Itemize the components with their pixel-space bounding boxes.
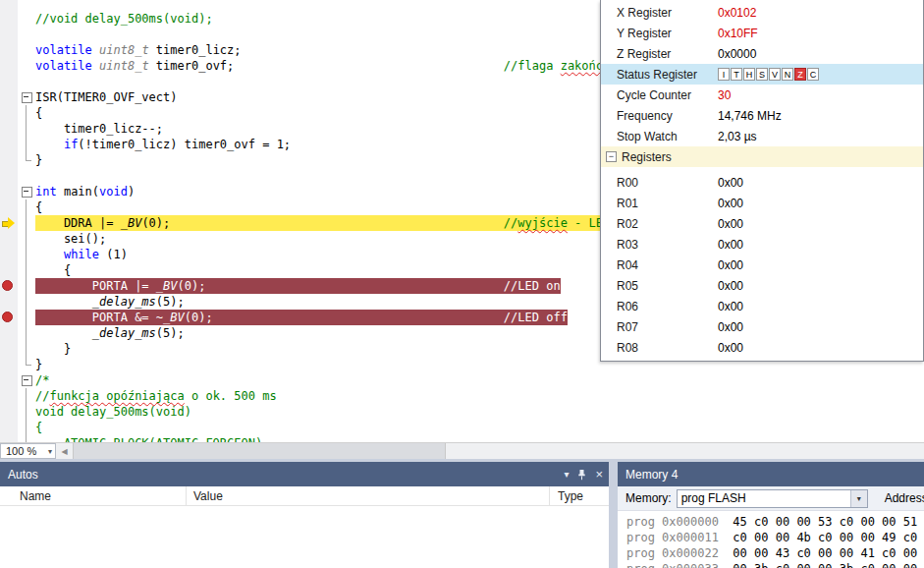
register-row[interactable]: X Register0x0102	[601, 2, 923, 23]
breakpoint-gutter[interactable]	[0, 325, 18, 341]
code-text: _delay_ms(5);	[35, 325, 185, 341]
status-flag-C[interactable]: C	[807, 68, 819, 81]
autos-titlebar[interactable]: Autos ▾ ×	[0, 462, 609, 486]
register-row[interactable]: R020x00	[601, 213, 923, 234]
register-row[interactable]: R030x00	[601, 234, 923, 255]
breakpoint-gutter[interactable]	[0, 152, 18, 168]
code-token: DDRA |=	[35, 216, 121, 230]
register-row[interactable]: R040x00	[601, 255, 923, 275]
breakpoint-gutter[interactable]	[0, 372, 18, 388]
pin-icon[interactable]	[576, 469, 587, 481]
register-row[interactable]: R070x00	[601, 316, 923, 337]
status-flag-S[interactable]: S	[756, 68, 768, 81]
memory-titlebar[interactable]: Memory 4	[618, 462, 924, 486]
memory-row[interactable]: prog 0x000033 00 3b c0 00 00 3b c0 00 00…	[626, 561, 924, 568]
code-token: {	[35, 106, 42, 120]
register-row[interactable]: R080x00	[601, 337, 923, 358]
status-flag-Z[interactable]: Z	[794, 68, 806, 81]
close-icon[interactable]: ×	[595, 470, 603, 480]
fold-collapse-icon[interactable]	[18, 184, 35, 199]
register-row[interactable]: Stop Watch2,03 µs	[601, 126, 923, 146]
memory-bytes: 00 00 43 c0 00 00 41 c0 00 00	[719, 546, 924, 560]
column-header-type[interactable]: Type	[550, 486, 609, 505]
memory-row[interactable]: prog 0x000000 45 c0 00 00 53 c0 00 00 51…	[626, 514, 924, 530]
status-flag-N[interactable]: N	[782, 68, 793, 81]
breakpoint-gutter[interactable]	[0, 341, 18, 357]
breakpoint-gutter[interactable]	[0, 262, 18, 278]
chevron-down-icon[interactable]: ▾	[850, 490, 867, 507]
breakpoint-gutter[interactable]	[0, 121, 18, 137]
breakpoint-gutter[interactable]	[0, 58, 18, 74]
breakpoint-gutter[interactable]	[0, 42, 18, 58]
breakpoint-gutter[interactable]	[0, 27, 18, 42]
breakpoint-gutter[interactable]	[0, 247, 18, 262]
register-row[interactable]: Y Register0x10FF	[601, 23, 923, 43]
register-row[interactable]: Status RegisterITHSVNZC	[601, 64, 923, 85]
breakpoint-gutter[interactable]	[0, 184, 18, 199]
breakpoint-gutter[interactable]	[0, 199, 18, 215]
register-row[interactable]: R000x00	[601, 172, 923, 193]
breakpoint-icon[interactable]	[0, 278, 18, 294]
window-position-icon[interactable]: ▾	[564, 470, 569, 480]
register-row[interactable]: −Registers	[601, 146, 923, 167]
code-line[interactable]: ATOMIC_BLOCK(ATOMIC_FORCEON)	[0, 435, 924, 442]
column-header-name[interactable]: Name	[0, 486, 187, 505]
breakpoint-gutter[interactable]	[0, 231, 18, 247]
breakpoint-gutter[interactable]	[0, 294, 18, 310]
register-row[interactable]: Cycle Counter30	[601, 85, 923, 105]
code-line[interactable]: {	[0, 420, 924, 435]
breakpoint-icon[interactable]	[0, 310, 18, 325]
register-value: 0x00	[718, 341, 743, 355]
breakpoint-gutter[interactable]	[0, 137, 18, 152]
register-row[interactable]: R060x00	[601, 296, 923, 316]
breakpoint-gutter[interactable]	[0, 168, 18, 184]
scroll-left-button[interactable]: ◀	[56, 443, 73, 459]
register-row[interactable]: R010x00	[601, 193, 923, 213]
code-line[interactable]: void delay_500ms(void)	[0, 404, 924, 420]
memory-type-select[interactable]: prog FLASH ▾	[677, 489, 868, 508]
breakpoint-gutter[interactable]	[0, 89, 18, 105]
status-flag-V[interactable]: V	[769, 68, 781, 81]
register-name: Stop Watch	[617, 130, 718, 143]
address-label: Address:	[885, 491, 924, 505]
code-text: ISR(TIMER0_OVF_vect)	[35, 89, 178, 105]
code-token: void	[99, 185, 128, 199]
register-value: 0x00	[718, 279, 743, 293]
scrollbar-thumb[interactable]	[73, 443, 446, 459]
status-flag-H[interactable]: H	[743, 68, 755, 81]
code-token: while	[64, 248, 99, 261]
code-line[interactable]: //funkcja opóźniająca o ok. 500 ms	[0, 388, 924, 404]
code-text: {	[35, 262, 71, 278]
memory-address: prog 0x000011	[626, 531, 719, 544]
status-flag-T[interactable]: T	[731, 68, 742, 81]
code-line[interactable]: /*	[0, 372, 924, 388]
fold-collapse-icon[interactable]	[18, 89, 35, 105]
code-token	[92, 43, 99, 57]
register-row[interactable]: R050x00	[601, 275, 923, 296]
code-token: ISR(TIMER0_OVF_vect)	[35, 90, 178, 104]
horizontal-scrollbar[interactable]: 100 % ▾ ◀	[0, 442, 924, 459]
column-header-value[interactable]: Value	[187, 486, 550, 505]
fold-collapse-icon[interactable]	[18, 372, 35, 388]
code-token: (0);	[185, 311, 213, 324]
memory-row[interactable]: prog 0x000011 c0 00 00 4b c0 00 00 49 c0…	[626, 530, 924, 545]
status-flag-I[interactable]: I	[718, 68, 730, 81]
collapse-icon[interactable]: −	[606, 151, 617, 162]
memory-row[interactable]: prog 0x000022 00 00 43 c0 00 00 41 c0 00…	[626, 545, 924, 561]
register-row[interactable]: Frequency14,746 MHz	[601, 105, 923, 126]
breakpoint-gutter[interactable]	[0, 11, 18, 27]
breakpoint-gutter[interactable]	[0, 74, 18, 89]
register-row[interactable]: Z Register0x0000	[601, 43, 923, 64]
code-token	[234, 59, 504, 73]
code-token: }	[35, 342, 71, 356]
breakpoint-gutter[interactable]	[0, 388, 18, 404]
breakpoint-gutter[interactable]	[0, 420, 18, 435]
chevron-down-icon: ▾	[48, 447, 55, 456]
breakpoint-gutter[interactable]	[0, 435, 18, 442]
code-token: (5);	[156, 295, 185, 309]
register-name: Registers	[622, 150, 672, 164]
zoom-level-select[interactable]: 100 % ▾	[0, 443, 56, 459]
breakpoint-gutter[interactable]	[0, 404, 18, 420]
breakpoint-gutter[interactable]	[0, 105, 18, 121]
breakpoint-gutter[interactable]	[0, 357, 18, 372]
